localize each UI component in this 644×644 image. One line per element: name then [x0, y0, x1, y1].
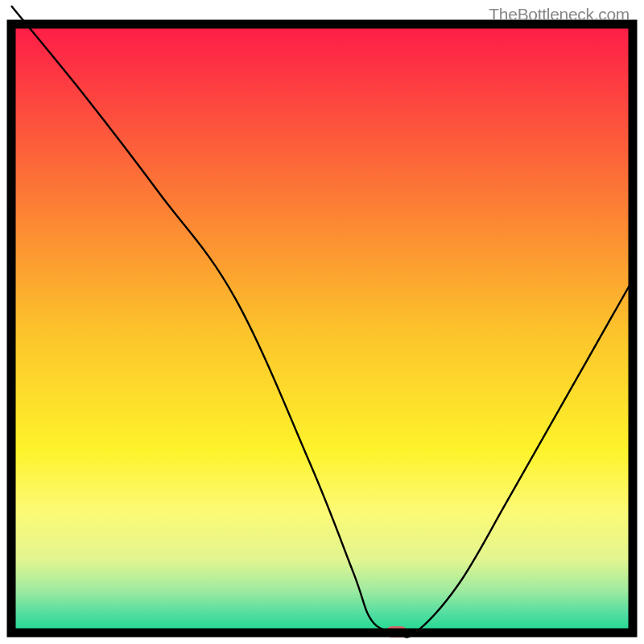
- bottleneck-chart: [0, 0, 644, 644]
- watermark-text: TheBottleneck.com: [489, 5, 630, 24]
- chart-gradient-background: [11, 24, 633, 633]
- chart-container: TheBottleneck.com: [0, 0, 644, 644]
